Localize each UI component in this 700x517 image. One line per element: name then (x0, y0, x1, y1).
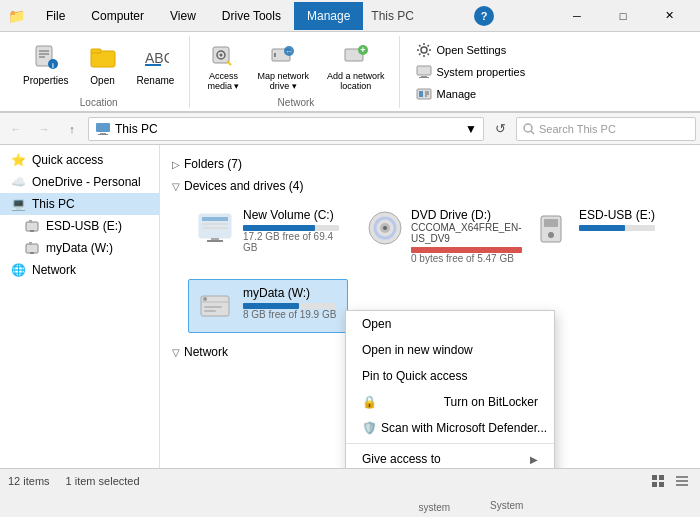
drive-d[interactable]: DVD Drive (D:) CCCOMA_X64FRE_EN-US_DV9 0… (356, 201, 516, 271)
folders-chevron: ▷ (172, 159, 180, 170)
ribbon-btn-map-drive[interactable]: ↔ Map networkdrive ▾ (250, 36, 316, 94)
ribbon-btn-add-network[interactable]: + Add a networklocation (320, 36, 392, 94)
open-label: Open (90, 75, 114, 87)
ctx-open-new-window[interactable]: Open in new window (346, 337, 554, 363)
bitlocker-icon: 🔒 (362, 395, 377, 409)
ribbon-btn-properties[interactable]: i Properties (16, 36, 76, 94)
details-view-button[interactable] (672, 471, 692, 491)
ctx-pin-quick-access[interactable]: Pin to Quick access (346, 363, 554, 389)
content-area: ▷ Folders (7) ▽ Devices and drives (4) N… (160, 145, 700, 468)
sidebar-item-esd-usb[interactable]: ESD-USB (E:) (0, 215, 159, 237)
tab-manage[interactable]: Manage (294, 2, 363, 30)
rename-icon: ABC (139, 41, 171, 73)
ribbon-location-buttons: i Properties Open ABC Rename (16, 36, 181, 97)
ribbon-content: i Properties Open ABC Rename Loc (0, 32, 700, 112)
folders-section-header[interactable]: ▷ Folders (7) (172, 153, 688, 175)
system-properties-item[interactable]: System properties (410, 62, 531, 82)
ribbon-group-network: Accessmedia ▾ ↔ Map networkdrive ▾ + Add… (192, 36, 400, 108)
window-controls: ─ □ ✕ (554, 0, 692, 32)
settings-icon (416, 42, 432, 58)
mydata-icon (24, 240, 40, 256)
ribbon-network-buttons: Accessmedia ▾ ↔ Map networkdrive ▾ + Add… (200, 36, 391, 97)
tab-file[interactable]: File (33, 2, 78, 30)
window-title: This PC (371, 9, 414, 23)
svg-rect-42 (202, 217, 228, 221)
svg-line-34 (531, 131, 534, 134)
minimize-button[interactable]: ─ (554, 0, 600, 32)
drive-c[interactable]: New Volume (C:) 17.2 GB free of 69.4 GB (188, 201, 348, 271)
ribbon-btn-rename[interactable]: ABC Rename (130, 36, 182, 94)
access-media-icon (207, 41, 239, 69)
drives-chevron: ▽ (172, 181, 180, 192)
sidebar-item-esd-usb-label: ESD-USB (E:) (46, 219, 122, 233)
svg-rect-46 (207, 240, 223, 242)
app-icon-group: 📁 (8, 8, 25, 24)
rename-label: Rename (137, 75, 175, 87)
sidebar-item-mydata[interactable]: myData (W:) (0, 237, 159, 259)
esd-usb-icon (24, 218, 40, 234)
drive-e[interactable]: ESD-USB (E:) (524, 201, 684, 271)
system-properties-label: System properties (436, 66, 525, 78)
ctx-give-access[interactable]: Give access to ▶ (346, 446, 554, 468)
refresh-button[interactable]: ↺ (488, 117, 512, 141)
network-icon: 🌐 (10, 262, 26, 278)
svg-rect-52 (544, 219, 558, 227)
system-label: System (490, 500, 523, 511)
open-settings-label: Open Settings (436, 44, 506, 56)
svg-rect-43 (202, 223, 228, 225)
search-placeholder: Search This PC (539, 123, 616, 135)
ctx-scan-defender[interactable]: 🛡️ Scan with Microsoft Defender... (346, 415, 554, 441)
help-button[interactable]: ? (474, 6, 494, 26)
close-button[interactable]: ✕ (646, 0, 692, 32)
view-controls (648, 471, 692, 491)
ctx-bitlocker[interactable]: 🔒 Turn on BitLocker (346, 389, 554, 415)
drives-title: Devices and drives (4) (184, 179, 303, 193)
tab-computer[interactable]: Computer (78, 2, 157, 30)
ribbon: i Properties Open ABC Rename Loc (0, 32, 700, 113)
drive-e-progress (579, 225, 655, 231)
address-dropdown[interactable]: ▼ (465, 122, 477, 136)
status-bar: 12 items 1 item selected (0, 468, 700, 492)
list-view-button[interactable] (648, 471, 668, 491)
svg-text:ABC: ABC (145, 50, 169, 66)
svg-point-56 (203, 297, 207, 301)
system-properties-icon (416, 64, 432, 80)
sidebar-item-quick-access[interactable]: ⭐ Quick access (0, 149, 159, 171)
tab-view[interactable]: View (157, 2, 209, 30)
item-count: 12 items (8, 475, 50, 487)
sidebar-item-network[interactable]: 🌐 Network (0, 259, 159, 281)
svg-rect-26 (419, 91, 423, 97)
maximize-button[interactable]: □ (600, 0, 646, 32)
manage-item[interactable]: Manage (410, 84, 531, 104)
sidebar-item-onedrive-label: OneDrive - Personal (32, 175, 141, 189)
svg-rect-40 (29, 242, 32, 245)
svg-point-21 (421, 47, 427, 53)
svg-point-33 (524, 124, 532, 132)
drives-section-header[interactable]: ▽ Devices and drives (4) (172, 175, 688, 197)
open-settings-item[interactable]: Open Settings (410, 40, 531, 60)
drive-w[interactable]: myData (W:) 8 GB free of 19.9 GB (188, 279, 348, 333)
svg-rect-38 (26, 244, 38, 253)
drive-w-info: myData (W:) 8 GB free of 19.9 GB (243, 286, 336, 320)
svg-rect-58 (204, 310, 216, 312)
back-button[interactable]: ← (4, 117, 28, 141)
sidebar-item-onedrive[interactable]: ☁️ OneDrive - Personal (0, 171, 159, 193)
svg-rect-32 (98, 134, 108, 135)
drive-w-icon (197, 286, 237, 326)
drive-w-name: myData (W:) (243, 286, 336, 300)
svg-rect-36 (30, 230, 34, 232)
ribbon-btn-open[interactable]: Open (80, 36, 126, 94)
search-box[interactable]: Search This PC (516, 117, 696, 141)
up-button[interactable]: ↑ (60, 117, 84, 141)
tab-drive-tools[interactable]: Drive Tools (209, 2, 294, 30)
ribbon-btn-access-media[interactable]: Accessmedia ▾ (200, 36, 246, 94)
folders-title: Folders (7) (184, 157, 242, 171)
drive-d-icon (365, 208, 405, 248)
address-path[interactable]: This PC ▼ (88, 117, 484, 141)
main-content: ⭐ Quick access ☁️ OneDrive - Personal 💻 … (0, 145, 700, 468)
svg-rect-59 (652, 475, 657, 480)
sidebar-item-this-pc[interactable]: 💻 This PC (0, 193, 159, 215)
forward-button[interactable]: → (32, 117, 56, 141)
location-group-label: Location (80, 97, 118, 108)
ctx-open[interactable]: Open (346, 311, 554, 337)
